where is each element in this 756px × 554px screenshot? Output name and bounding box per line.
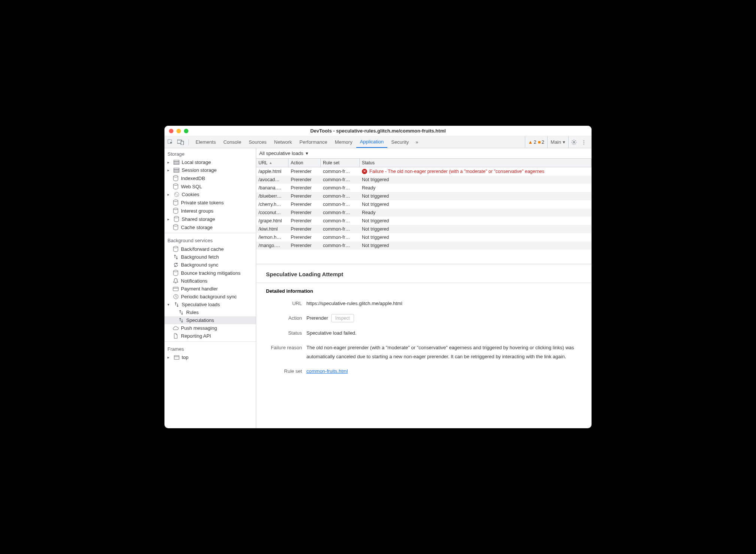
cell-status: Not triggered	[360, 233, 592, 241]
table-row[interactable]: /kiwi.htmlPrerendercommon-fr…Not trigger…	[256, 225, 592, 233]
cell-action: Prerender	[288, 176, 321, 184]
cyl-icon	[173, 208, 179, 214]
sidebar-item-rules[interactable]: Rules	[164, 308, 256, 316]
sidebar-item-speculative-loads[interactable]: Speculative loads	[164, 301, 256, 308]
sidebar-item-interest-groups[interactable]: Interest groups	[164, 207, 256, 215]
sidebar-item-label: Session storage	[182, 167, 217, 173]
sidebar-item-bounce-tracking-mitigations[interactable]: Bounce tracking mitigations	[164, 269, 256, 277]
detail-subheading: Detailed information	[266, 288, 582, 294]
table-row[interactable]: /coconut…Prerendercommon-fr…Ready	[256, 208, 592, 217]
sidebar-item-speculations[interactable]: Speculations	[164, 316, 256, 324]
cell-action: Prerender	[288, 225, 321, 233]
header-ruleset[interactable]: Rule set	[321, 159, 360, 167]
svg-point-3	[573, 141, 575, 143]
cell-ruleset: common-fr…	[321, 200, 360, 208]
sidebar-item-payment-handler[interactable]: Payment handler	[164, 285, 256, 293]
table-row[interactable]: /blueberr…Prerendercommon-fr…Not trigger…	[256, 192, 592, 200]
cell-action: Prerender	[288, 200, 321, 208]
svg-rect-7	[174, 168, 179, 170]
sidebar-item-local-storage[interactable]: Local storage	[164, 158, 256, 166]
cell-url: /grape.html	[256, 217, 288, 225]
svg-point-10	[173, 176, 178, 177]
sidebar-item-label: Private state tokens	[181, 200, 224, 206]
table-row[interactable]: /avocad…Prerendercommon-fr…Not triggered	[256, 176, 592, 184]
table-row[interactable]: /apple.htmlPrerendercommon-fr…✕Failure -…	[256, 167, 592, 176]
clock-icon	[173, 294, 179, 299]
sidebar-item-label: Shared storage	[182, 216, 215, 222]
sidebar-item-notifications[interactable]: Notifications	[164, 277, 256, 285]
main-panel: All speculative loads ▾ URL▲ Action Rule…	[256, 148, 592, 428]
zoom-window-button[interactable]	[184, 129, 188, 133]
sidebar-item-periodic-background-sync[interactable]: Periodic background sync	[164, 293, 256, 301]
tab-console[interactable]: Console	[220, 136, 245, 148]
ruleset-link[interactable]: common-fruits.html	[306, 368, 348, 374]
sidebar-item-label: Local storage	[182, 159, 211, 165]
cell-status: Ready	[360, 208, 592, 217]
settings-button[interactable]	[569, 139, 579, 145]
svg-rect-4	[174, 160, 179, 162]
sidebar-item-cache-storage[interactable]: Cache storage	[164, 223, 256, 231]
kebab-menu-button[interactable]: ⋮	[579, 139, 589, 145]
sidebar-item-label: Speculative loads	[182, 302, 220, 307]
sidebar-item-background-sync[interactable]: Background sync	[164, 261, 256, 269]
table-row[interactable]: /mango.…Prerendercommon-fr…Not triggered	[256, 241, 592, 250]
svg-rect-21	[173, 287, 178, 291]
tab-network[interactable]: Network	[270, 136, 296, 148]
table-header: URL▲ Action Rule set Status	[256, 159, 592, 167]
tab-elements[interactable]: Elements	[192, 136, 220, 148]
label-url: URL	[266, 299, 306, 308]
table-row[interactable]: /lemon.h…Prerendercommon-fr…Not triggere…	[256, 233, 592, 241]
sidebar-item-shared-storage[interactable]: Shared storage	[164, 215, 256, 223]
device-icon[interactable]	[177, 140, 184, 145]
sidebar-item-label: Background fetch	[181, 254, 219, 260]
filter-dropdown[interactable]: All speculative loads ▾	[259, 150, 308, 156]
sidebar-item-web-sql[interactable]: Web SQL	[164, 182, 256, 191]
table-row[interactable]: /grape.htmlPrerendercommon-fr…Not trigge…	[256, 217, 592, 225]
cell-url: /avocad…	[256, 176, 288, 184]
minimize-window-button[interactable]	[176, 129, 181, 133]
cookie-icon	[173, 192, 179, 197]
target-selector[interactable]: Main▾	[548, 136, 569, 148]
sidebar-item-push-messaging[interactable]: Push messaging	[164, 324, 256, 332]
sidebar-item-indexeddb[interactable]: IndexedDB	[164, 174, 256, 182]
arrows-icon	[173, 302, 179, 307]
sidebar-item-top[interactable]: top	[164, 353, 256, 361]
cell-action: Prerender	[288, 192, 321, 200]
header-url[interactable]: URL▲	[256, 159, 288, 167]
warnings-count[interactable]: ▲2	[528, 139, 536, 145]
sidebar-item-label: top	[182, 354, 188, 360]
header-action[interactable]: Action	[288, 159, 321, 167]
tab-application[interactable]: Application	[356, 136, 388, 148]
tab-sources[interactable]: Sources	[245, 136, 270, 148]
table-row[interactable]: /banana.…Prerendercommon-fr…Ready	[256, 184, 592, 192]
issues-count[interactable]: ■2	[538, 139, 544, 145]
tab-memory[interactable]: Memory	[331, 136, 356, 148]
svg-point-12	[174, 192, 179, 197]
svg-rect-8	[174, 170, 179, 171]
cell-action: Prerender	[288, 217, 321, 225]
sidebar-item-back-forward-cache[interactable]: Back/forward cache	[164, 245, 256, 253]
inspect-icon[interactable]	[167, 139, 173, 145]
sidebar-item-private-state-tokens[interactable]: Private state tokens	[164, 198, 256, 207]
svg-point-16	[173, 208, 178, 210]
sidebar-item-label: Bounce tracking mitigations	[181, 270, 241, 276]
sidebar-item-session-storage[interactable]: Session storage	[164, 166, 256, 174]
close-window-button[interactable]	[169, 129, 173, 133]
warning-icon: ▲	[528, 139, 533, 145]
sidebar-item-cookies[interactable]: Cookies	[164, 191, 256, 198]
cyl-icon	[173, 200, 179, 206]
svg-point-18	[173, 225, 178, 226]
tab-security[interactable]: Security	[387, 136, 412, 148]
chevron-down-icon: ▾	[563, 139, 565, 145]
header-status[interactable]: Status	[360, 159, 592, 167]
tab-performance[interactable]: Performance	[296, 136, 331, 148]
doc-icon	[173, 333, 179, 339]
problems-badges[interactable]: ▲2 ■2	[525, 136, 548, 148]
table-row[interactable]: /cherry.h…Prerendercommon-fr…Not trigger…	[256, 200, 592, 208]
sidebar-item-reporting-api[interactable]: Reporting API	[164, 332, 256, 340]
sidebar-item-background-fetch[interactable]: Background fetch	[164, 253, 256, 261]
sidebar-item-label: Web SQL	[181, 184, 202, 189]
more-tabs-button[interactable]: »	[412, 139, 421, 145]
inspect-button[interactable]: Inspect	[331, 314, 354, 322]
cell-status: Not triggered	[360, 192, 592, 200]
